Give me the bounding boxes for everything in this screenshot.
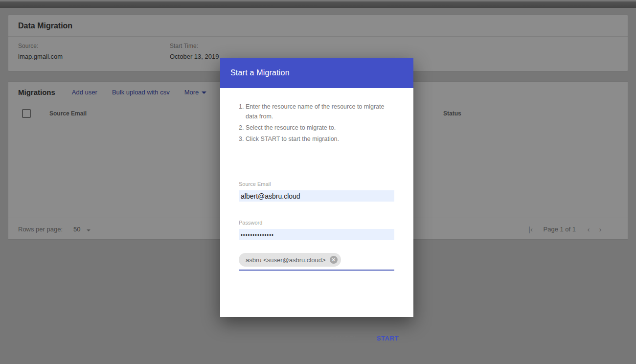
source-email-input[interactable] — [239, 190, 394, 202]
destination-field[interactable]: asbru <suser@asbru.cloud> ✕ — [239, 253, 394, 267]
instruction-step: Click START to start the migration. — [246, 134, 395, 144]
instruction-step: Enter the resource name of the resource … — [246, 102, 395, 121]
instruction-step: Select the resource to migrate to. — [246, 123, 395, 133]
dialog-header: Start a Migration — [220, 58, 413, 88]
start-button[interactable]: START — [372, 331, 404, 346]
focused-input-underline — [239, 270, 394, 271]
source-email-label: Source Email — [239, 181, 271, 187]
dialog-actions: CANCEL START — [325, 331, 404, 346]
start-migration-dialog: Start a Migration Enter the resource nam… — [220, 58, 413, 317]
dialog-title: Start a Migration — [230, 68, 290, 77]
screen: Data Migration Source: imap.gmail.com St… — [0, 0, 636, 364]
instruction-list: Enter the resource name of the resource … — [238, 102, 395, 145]
password-label: Password — [239, 220, 262, 226]
chip-close-icon[interactable]: ✕ — [330, 256, 338, 264]
password-input[interactable] — [239, 229, 394, 240]
dialog-body: Enter the resource name of the resource … — [220, 88, 413, 317]
destination-chip-text: asbru <suser@asbru.cloud> — [246, 256, 326, 264]
destination-chip: asbru <suser@asbru.cloud> ✕ — [239, 253, 341, 267]
cancel-button[interactable]: CANCEL — [325, 331, 363, 346]
